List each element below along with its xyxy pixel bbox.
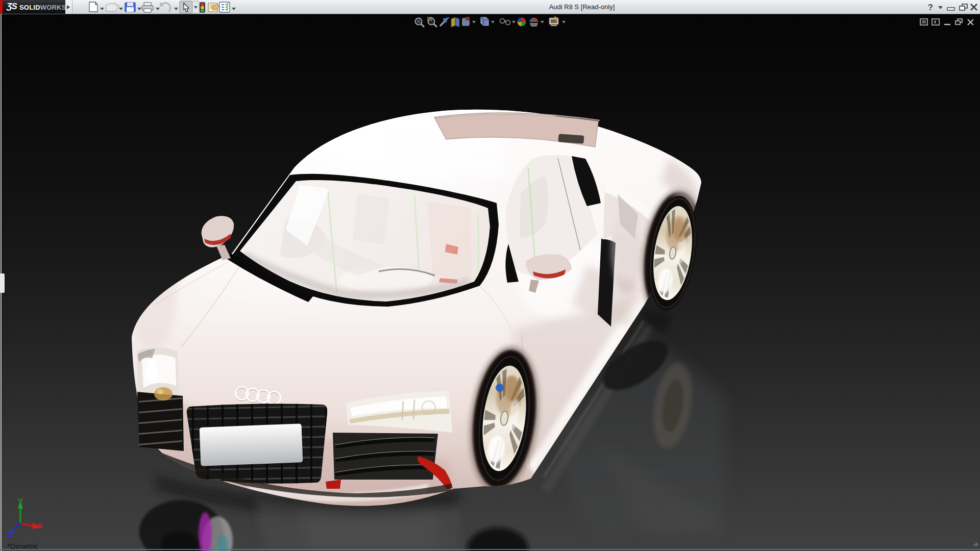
svg-text:?: ?: [928, 3, 933, 12]
